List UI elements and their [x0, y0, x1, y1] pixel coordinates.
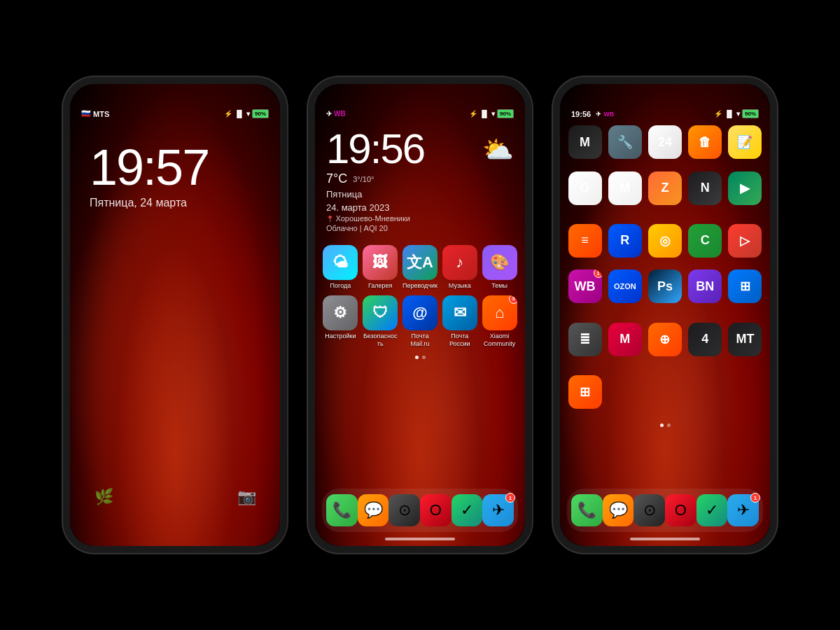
widget-temp-range: 3°/10° — [353, 175, 374, 183]
app-img-disk-3: ◎ — [648, 224, 682, 258]
signal-bars-2: ▐▌ — [479, 110, 489, 118]
lock-camera-icon[interactable]: 📷 — [232, 483, 260, 511]
bluetooth-icon: ⚡ — [224, 110, 232, 118]
dock-icon-telegram-3[interactable]: ✈ 1 — [727, 494, 759, 526]
dock-icon-camera-3[interactable]: ⊙ — [634, 494, 665, 526]
widget-weather-desc: Облачно | AQI 20 — [326, 224, 514, 232]
dock-icon-messages-2[interactable]: 💬 — [358, 494, 389, 526]
app-icon-themes[interactable]: 🎨 Темы — [481, 245, 518, 290]
app-img-sber-3: С — [688, 224, 722, 258]
time-3: 19:56 — [571, 110, 591, 118]
phone-2: ✈ WB ⚡ ▐▌ ▾ 90% 19:56 7°C 3°/10° — [308, 77, 532, 553]
wb-icon-3: WB — [603, 111, 614, 118]
app-img-browser-3: ⊞ — [728, 270, 762, 303]
app-icon-xiaomi[interactable]: ⌂ 3 Xiaomi Community — [481, 295, 518, 348]
widget-date: Пятница — [326, 189, 514, 200]
app-img-magisk-3: M — [568, 125, 602, 159]
lock-flashlight-icon[interactable]: 🌿 — [90, 483, 118, 511]
app-img-mivideo-3: ▷ — [728, 224, 762, 258]
app-label-music: Музыка — [449, 282, 471, 290]
dock-icon-opera-3[interactable]: O — [665, 494, 696, 526]
lock-date: Пятница, 24 марта — [90, 197, 187, 209]
app-img-xiaomi: ⌂ 3 — [482, 295, 517, 330]
bluetooth-icon-3: ⚡ — [714, 110, 722, 118]
app-img-cleaner-3: 🗑 — [688, 125, 722, 159]
page-dot-2 — [422, 356, 426, 359]
app-img-pochta: ✉ — [442, 295, 477, 330]
app-img-wb-3: WB 1 — [568, 270, 602, 303]
flag-icon: 🇷🇺 — [81, 109, 91, 118]
dock-icon-telegram-2[interactable]: ✈ 1 — [482, 494, 514, 526]
app-icon-music[interactable]: ♪ Музыка — [441, 245, 478, 290]
widget-time: 19:56 — [326, 128, 424, 170]
battery-1: 90% — [252, 109, 269, 118]
dock-icon-whatsapp-3[interactable]: ✓ — [696, 494, 728, 526]
app-img-settings: ⚙ — [323, 295, 358, 330]
home-bar-2 — [385, 538, 455, 540]
dock-badge-telegram-3: 1 — [750, 493, 760, 503]
dock-icon-camera-2[interactable]: ⊙ — [388, 494, 420, 526]
app-img-ps-3: Ps — [648, 270, 682, 303]
dock-icon-phone-2[interactable]: 📞 — [326, 494, 358, 526]
app-icon-translate[interactable]: 文A Переводчик — [402, 245, 439, 290]
app-img-calendar-3: 24 — [648, 125, 682, 159]
battery-3: 90% — [742, 109, 759, 118]
badge-xiaomi: 3 — [509, 295, 517, 304]
lock-time: 19:57 — [90, 142, 209, 192]
widget-location: 📍 Хорошево-Мневники — [326, 214, 514, 223]
page-dot-3-1 — [660, 424, 664, 427]
app-img-gplay-3: ▶ — [728, 172, 762, 205]
app-img-miui-3: ≡ — [568, 224, 602, 258]
dock-icon-whatsapp-2[interactable]: ✓ — [451, 494, 483, 526]
dock-icon-opera-2[interactable]: O — [420, 494, 451, 526]
dock-badge-telegram: 1 — [505, 493, 515, 503]
app-img-yama-3: ⊞ — [568, 375, 602, 409]
app-icon-gallery[interactable]: 🖼 Галерея — [362, 245, 399, 290]
app-icon-settings[interactable]: ⚙ Настройки — [322, 295, 359, 348]
app-label-security: Безопасность — [362, 332, 398, 348]
app-img-mailru: @ — [402, 295, 438, 330]
signal-bars-3: ▐▌ — [724, 110, 734, 118]
app-icon-pochta[interactable]: ✉ Почта России — [441, 295, 478, 348]
app-img-notes-3: 📝 — [728, 125, 762, 159]
app-img-mymts-3: M — [608, 323, 642, 356]
signal-bars: ▐▌ — [234, 110, 244, 118]
lock-screen: 19:57 Пятница, 24 марта — [70, 121, 280, 230]
app-img-bngk-3: BN — [688, 270, 722, 303]
battery-2: 90% — [497, 109, 514, 118]
dock-2: 📞 💬 ⊙ O ✓ ✈ 1 — [322, 489, 518, 532]
app-img-rustore-3: R — [608, 224, 642, 258]
app-img-themes: 🎨 — [482, 245, 517, 280]
lock-bottom: 🌿 📷 — [70, 483, 280, 511]
wb-icon: WB — [334, 110, 346, 118]
app-img-mt-3: MT — [728, 323, 762, 356]
status-bar-3: 19:56 ✈ WB ⚡ ▐▌ ▾ 90% — [560, 104, 770, 121]
app-img-ozon-3: OZON — [608, 270, 642, 303]
home-bar-3 — [630, 538, 700, 540]
app-img-miuitheme-3: ⊕ — [648, 323, 682, 356]
dock-icon-messages-3[interactable]: 💬 — [603, 494, 634, 526]
bluetooth-icon-2: ⚡ — [469, 110, 477, 118]
dock-icon-phone-3[interactable]: 📞 — [571, 494, 603, 526]
page-dots-2 — [315, 353, 525, 362]
app-label-gallery: Галерея — [368, 282, 393, 290]
app-icon-mailru[interactable]: @ Почта Mail.ru — [402, 295, 439, 348]
page-dot-3-2 — [667, 424, 671, 427]
tg-icon: ✈ — [326, 110, 332, 118]
app-label-translate: Переводчик — [402, 282, 438, 290]
app-img-weather: 🌤 — [323, 245, 358, 280]
home-screen-2: 19:56 7°C 3°/10° ⛅ Пятница 24. марта 202… — [315, 121, 525, 546]
app-img-zepp-3: Z — [648, 172, 682, 205]
tg-icon-3: ✈ — [596, 111, 601, 118]
page-dot-1 — [415, 356, 419, 359]
page-dots-3 — [560, 421, 770, 430]
carrier-label: MTS — [93, 110, 109, 118]
wifi-icon-2: ▾ — [491, 110, 495, 118]
app-img-security: 🛡 — [363, 295, 398, 330]
status-bar-1: 🇷🇺 MTS ⚡ ▐▌ ▾ 90% — [70, 104, 280, 121]
app-img-xplore-3: 🔧 — [608, 125, 642, 159]
phone-1: 🇷🇺 MTS ⚡ ▐▌ ▾ 90% 19:57 Пятница, 24 март… — [63, 77, 287, 553]
app-icon-weather[interactable]: 🌤 Погода — [322, 245, 359, 290]
widget-date2: 24. марта 2023 — [326, 202, 514, 213]
app-icon-security[interactable]: 🛡 Безопасность — [362, 295, 399, 348]
